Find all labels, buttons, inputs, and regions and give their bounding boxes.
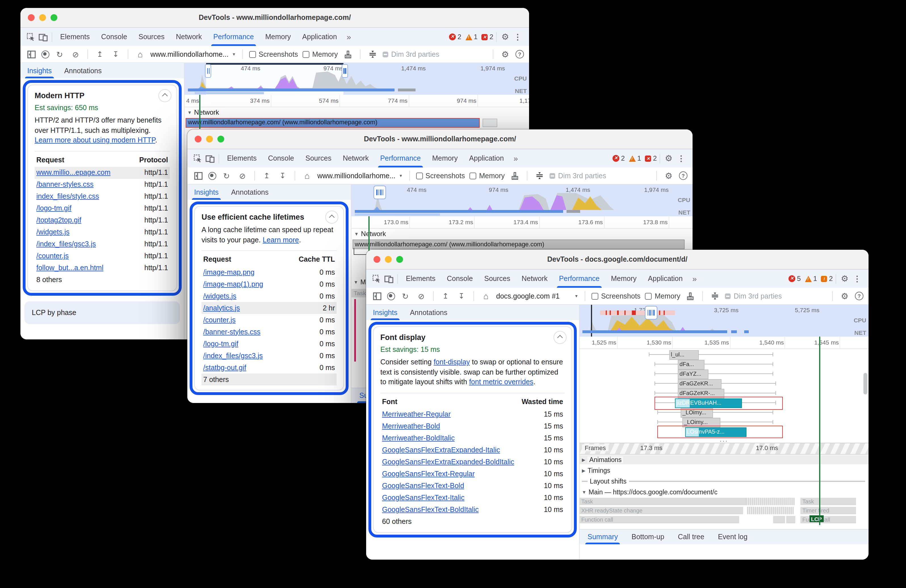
tab-performance[interactable]: Performance [375,149,426,167]
main-track-header-partial[interactable]: ▼M [351,279,366,285]
network-track-header[interactable]: ▼Network [185,107,529,118]
error-count-badge[interactable]: ✕5 [788,275,801,283]
screenshots-checkbox[interactable]: Screenshots [249,50,298,58]
collapse-card-button[interactable] [325,210,338,224]
kebab-menu-icon[interactable]: ⋮ [676,153,687,164]
request-link[interactable]: /widgets.js [36,228,70,236]
clear-icon[interactable]: ⊘ [70,49,81,60]
settings-gear-icon[interactable]: ⚙ [663,153,675,164]
kebab-menu-icon[interactable]: ⋮ [852,273,863,284]
panel-settings-gear-icon[interactable]: ⚙ [499,49,511,60]
network-track-header[interactable]: ▼Network [351,229,692,239]
zoom-button[interactable] [396,256,403,263]
request-link[interactable]: /counter.js [36,252,69,260]
selection-handles[interactable] [373,186,386,199]
request-link[interactable]: follow_but...a.en.html [36,264,103,272]
scrollbar-thumb[interactable] [863,373,868,394]
inspect-icon[interactable] [371,273,382,284]
tab-call-tree[interactable]: Call tree [678,529,704,544]
zoom-button[interactable] [217,135,224,142]
insight-card-font-display[interactable]: Font display Est savings: 15 ms Consider… [373,327,572,533]
scrollbar-thumb[interactable] [483,119,498,127]
upload-profile-icon[interactable]: ↥ [440,290,451,302]
tab-summary[interactable]: Summary [587,529,618,544]
request-link[interactable]: /logo-tm.gif [203,340,238,347]
font-link[interactable]: GoogleSansFlexText-BoldItalic [382,506,479,514]
home-icon[interactable]: ⌂ [134,49,146,60]
reload-record-icon[interactable]: ↻ [54,49,65,60]
font-display-link[interactable]: font-display [434,358,470,366]
device-toolbar-icon[interactable] [37,31,49,43]
flame-bar[interactable]: dFa... [678,360,704,370]
clear-icon[interactable]: ⊘ [416,290,427,302]
device-toolbar-icon[interactable] [383,273,394,284]
request-link[interactable]: /logo-tm.gif [36,204,72,212]
tab-application[interactable]: Application [297,28,342,46]
tab-bottom-up[interactable]: Bottom-up [632,529,664,544]
memory-checkbox[interactable]: Memory [469,172,505,180]
collapse-card-button[interactable] [553,331,566,344]
warning-count-badge[interactable]: 1 [465,33,477,41]
request-link[interactable]: /widgets.js [203,292,236,300]
tab-console[interactable]: Console [263,149,299,167]
minimize-button[interactable] [206,135,213,142]
dim-3rd-parties-checkbox[interactable]: Dim 3rd parties [550,172,606,180]
font-link[interactable]: Merriweather-BoldItalic [382,434,455,442]
request-link[interactable]: /toptag2top.gif [36,216,81,224]
home-icon[interactable]: ⌂ [480,290,491,302]
warning-count-badge[interactable]: 1 [805,275,817,283]
issues-count-badge[interactable]: ✕2 [482,33,493,41]
panel-settings-gear-icon[interactable]: ⚙ [663,170,675,181]
flame-bar[interactable]: dFaGZeKR... [678,379,722,389]
request-link[interactable]: /index_files/gsc3.js [36,240,96,248]
help-icon[interactable]: ? [515,50,524,59]
tab-elements[interactable]: Elements [401,269,440,288]
inspect-icon[interactable] [192,153,203,164]
tab-elements[interactable]: Elements [55,28,95,46]
tab-sources[interactable]: Sources [133,28,170,46]
main-thread-track-header[interactable]: ▼Main — https://docs.google.com/document… [580,488,869,497]
layout-shifts-track[interactable]: Layout shifts [580,477,869,486]
tab-elements[interactable]: Elements [222,149,262,167]
upload-profile-icon[interactable]: ↥ [261,170,273,181]
panel-settings-gear-icon[interactable]: ⚙ [839,290,850,302]
minimize-button[interactable] [385,256,392,263]
request-link[interactable]: www.millio...epage.com [36,169,110,177]
kebab-menu-icon[interactable]: ⋮ [512,31,523,43]
help-icon[interactable]: ? [855,292,863,300]
collapse-card-button[interactable] [158,89,171,102]
tab-insights[interactable]: Insights [194,185,219,200]
request-link[interactable]: /index_files/gsc3.js [203,352,263,360]
function-call-bar[interactable]: Function call [580,516,739,523]
collapse-sections-icon[interactable] [709,290,721,302]
record-icon[interactable] [208,172,216,180]
tab-memory[interactable]: Memory [260,28,296,46]
issues-count-badge[interactable]: ✕2 [645,155,657,163]
font-metric-overrides-link[interactable]: font metric overrides [469,378,533,386]
tab-application[interactable]: Application [643,269,688,288]
timings-track[interactable]: ▶Timings [580,466,869,475]
learn-more-link[interactable]: Learn more [263,236,299,244]
insight-card-cache-lifetimes[interactable]: Use efficient cache lifetimes A long cac… [194,206,344,390]
reload-record-icon[interactable]: ↻ [221,170,232,181]
others-row[interactable]: 7 others [201,373,337,386]
error-count-badge[interactable]: ✕2 [449,33,461,41]
tab-annotations[interactable]: Annotations [410,305,447,320]
selection-handle-left[interactable] [205,64,211,78]
help-icon[interactable]: ? [679,171,687,180]
font-link[interactable]: GoogleSansFlexText-Regular [382,470,475,478]
timeline-overview[interactable]: 474 ms 974 ms 1,474 ms 1,974 ms CPU NET [351,185,692,216]
minimize-button[interactable] [39,14,46,21]
dim-3rd-parties-checkbox[interactable]: Dim 3rd parties [725,292,782,300]
font-link[interactable]: Merriweather-Bold [382,422,440,430]
others-row[interactable]: 60 others [380,516,565,527]
record-icon[interactable] [387,292,395,300]
tab-sources[interactable]: Sources [479,269,515,288]
garbage-collect-icon[interactable] [509,170,520,181]
collapse-sections-icon[interactable] [367,49,378,60]
tab-memory[interactable]: Memory [606,269,642,288]
tab-annotations[interactable]: Annotations [231,185,268,200]
device-toolbar-icon[interactable] [204,153,216,164]
issues-count-badge[interactable]: !2 [821,275,833,283]
record-icon[interactable] [41,50,49,58]
